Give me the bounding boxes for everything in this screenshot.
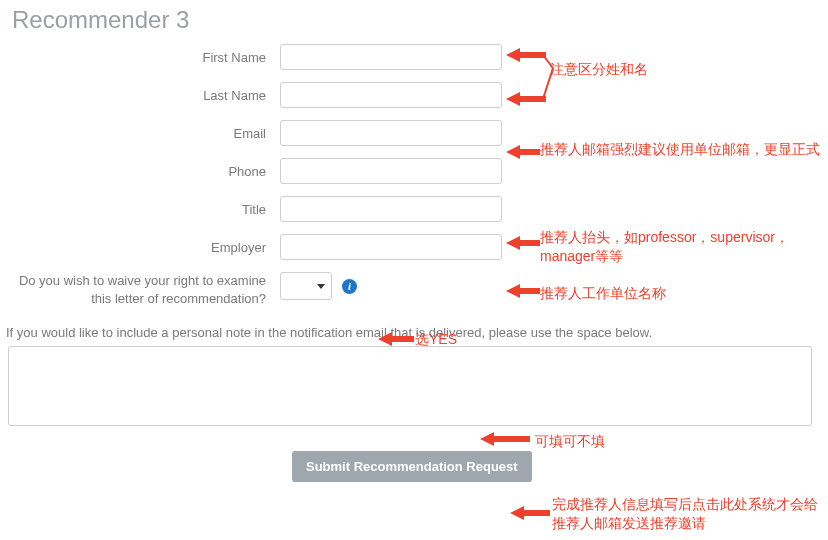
personal-note-instruction: If you would like to include a personal …: [0, 321, 828, 346]
row-email: Email: [0, 120, 828, 146]
select-waive[interactable]: [280, 272, 332, 300]
input-last-name[interactable]: [280, 82, 502, 108]
row-first-name: First Name: [0, 44, 828, 70]
section-heading: Recommender 3: [0, 0, 828, 44]
input-title[interactable]: [280, 196, 502, 222]
label-employer: Employer: [0, 240, 280, 255]
label-phone: Phone: [0, 164, 280, 179]
chevron-down-icon: [317, 284, 325, 289]
row-waive: Do you wish to waive your right to exami…: [0, 272, 828, 307]
svg-marker-8: [480, 432, 530, 446]
arrow-icon: [480, 430, 530, 451]
label-last-name: Last Name: [0, 88, 280, 103]
input-first-name[interactable]: [280, 44, 502, 70]
input-phone[interactable]: [280, 158, 502, 184]
arrow-icon: [510, 504, 550, 525]
info-icon[interactable]: i: [342, 279, 357, 294]
textarea-personal-note[interactable]: [8, 346, 812, 426]
row-title: Title: [0, 196, 828, 222]
submit-button[interactable]: Submit Recommendation Request: [292, 451, 532, 482]
svg-marker-4: [506, 145, 540, 159]
row-phone: Phone: [0, 158, 828, 184]
row-employer: Employer: [0, 234, 828, 260]
label-email: Email: [0, 126, 280, 141]
input-email[interactable]: [280, 120, 502, 146]
annotation-note: 可填可不填: [535, 432, 605, 451]
annotation-submit: 完成推荐人信息填写后点击此处系统才会给推荐人邮箱发送推荐邀请: [552, 495, 820, 533]
row-last-name: Last Name: [0, 82, 828, 108]
label-waive: Do you wish to waive your right to exami…: [0, 272, 280, 307]
svg-marker-9: [510, 506, 550, 520]
label-title: Title: [0, 202, 280, 217]
label-first-name: First Name: [0, 50, 280, 65]
input-employer[interactable]: [280, 234, 502, 260]
